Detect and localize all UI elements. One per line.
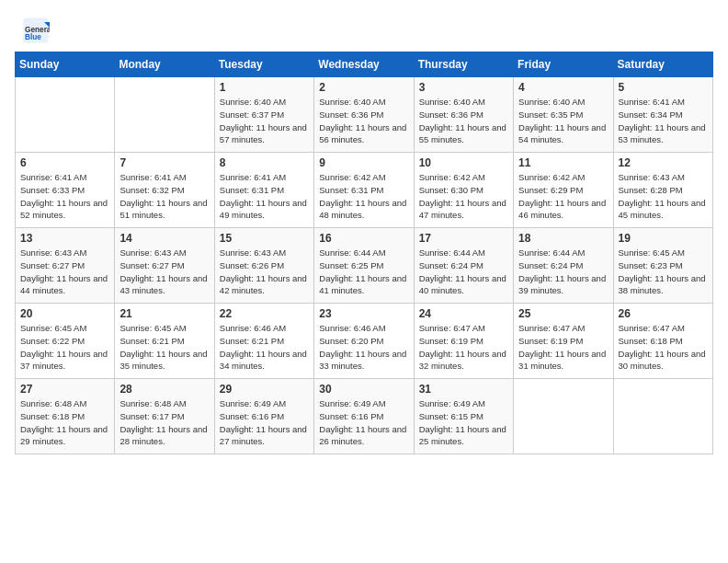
calendar-cell: 30Sunrise: 6:49 AMSunset: 6:16 PMDayligh… [314,379,414,454]
calendar-cell: 18Sunrise: 6:44 AMSunset: 6:24 PMDayligh… [514,228,613,304]
day-info: Sunrise: 6:42 AMSunset: 6:31 PMDaylight:… [319,171,408,222]
calendar-cell: 5Sunrise: 6:41 AMSunset: 6:34 PMDaylight… [613,77,712,153]
day-number: 7 [119,156,209,169]
calendar-cell: 9Sunrise: 6:42 AMSunset: 6:31 PMDaylight… [314,153,414,228]
calendar-cell: 16Sunrise: 6:44 AMSunset: 6:25 PMDayligh… [314,228,414,304]
day-of-week-header: Sunday [16,52,115,77]
day-info: Sunrise: 6:43 AMSunset: 6:28 PMDaylight:… [619,171,708,222]
day-number: 16 [319,232,408,245]
day-of-week-header: Friday [514,52,613,77]
calendar-cell: 13Sunrise: 6:43 AMSunset: 6:27 PMDayligh… [16,228,115,304]
calendar-cell: 7Sunrise: 6:41 AMSunset: 6:32 PMDaylight… [115,153,214,228]
day-number: 11 [518,156,608,169]
day-of-week-header: Thursday [414,52,513,77]
day-of-week-header: Tuesday [214,52,313,77]
calendar-cell [115,77,214,153]
day-info: Sunrise: 6:41 AMSunset: 6:32 PMDaylight:… [119,171,209,222]
day-info: Sunrise: 6:40 AMSunset: 6:36 PMDaylight:… [319,96,408,146]
calendar-cell: 15Sunrise: 6:43 AMSunset: 6:26 PMDayligh… [214,228,313,304]
calendar-week-row: 6Sunrise: 6:41 AMSunset: 6:33 PMDaylight… [16,153,713,228]
calendar-cell: 1Sunrise: 6:40 AMSunset: 6:37 PMDaylight… [214,77,313,153]
calendar-cell: 10Sunrise: 6:42 AMSunset: 6:30 PMDayligh… [414,153,513,228]
day-number: 17 [419,232,508,245]
day-number: 25 [518,307,608,320]
calendar-cell: 3Sunrise: 6:40 AMSunset: 6:36 PMDaylight… [414,77,513,153]
page: General Blue SundayMondayTuesdayWednesda… [0,0,728,563]
day-number: 27 [20,383,109,396]
calendar-cell: 22Sunrise: 6:46 AMSunset: 6:21 PMDayligh… [214,304,313,379]
calendar-cell: 12Sunrise: 6:43 AMSunset: 6:28 PMDayligh… [613,153,712,228]
calendar-cell: 19Sunrise: 6:45 AMSunset: 6:23 PMDayligh… [613,228,712,304]
day-number: 29 [220,383,309,396]
day-number: 21 [119,307,209,320]
day-info: Sunrise: 6:44 AMSunset: 6:24 PMDaylight:… [419,247,508,297]
calendar-week-row: 13Sunrise: 6:43 AMSunset: 6:27 PMDayligh… [16,228,713,304]
day-info: Sunrise: 6:40 AMSunset: 6:36 PMDaylight:… [419,96,508,146]
calendar-cell: 4Sunrise: 6:40 AMSunset: 6:35 PMDaylight… [514,77,613,153]
day-number: 1 [220,81,309,94]
calendar-cell: 11Sunrise: 6:42 AMSunset: 6:29 PMDayligh… [514,153,613,228]
day-number: 12 [619,156,708,169]
day-number: 22 [220,307,309,320]
calendar-week-row: 20Sunrise: 6:45 AMSunset: 6:22 PMDayligh… [16,304,713,379]
day-number: 9 [319,156,408,169]
day-info: Sunrise: 6:41 AMSunset: 6:31 PMDaylight:… [220,171,309,222]
day-info: Sunrise: 6:47 AMSunset: 6:19 PMDaylight:… [419,322,508,373]
calendar-header-row: SundayMondayTuesdayWednesdayThursdayFrid… [16,52,713,77]
day-number: 24 [419,307,508,320]
day-number: 3 [419,81,508,94]
calendar-cell: 14Sunrise: 6:43 AMSunset: 6:27 PMDayligh… [115,228,214,304]
day-info: Sunrise: 6:49 AMSunset: 6:16 PMDaylight:… [319,397,408,448]
day-number: 6 [20,156,109,169]
day-info: Sunrise: 6:49 AMSunset: 6:15 PMDaylight:… [419,397,508,448]
calendar-cell: 28Sunrise: 6:48 AMSunset: 6:17 PMDayligh… [115,379,214,454]
day-of-week-header: Monday [115,52,214,77]
day-number: 2 [319,81,408,94]
calendar-table: SundayMondayTuesdayWednesdayThursdayFrid… [15,52,713,454]
calendar-cell: 27Sunrise: 6:48 AMSunset: 6:18 PMDayligh… [16,379,115,454]
day-info: Sunrise: 6:49 AMSunset: 6:16 PMDaylight:… [220,397,309,448]
day-number: 30 [319,383,408,396]
generalblue-logo-icon: General Blue [22,17,50,44]
day-info: Sunrise: 6:47 AMSunset: 6:18 PMDaylight:… [619,322,708,373]
day-number: 20 [20,307,109,320]
logo: General Blue [22,17,53,44]
day-info: Sunrise: 6:46 AMSunset: 6:20 PMDaylight:… [319,322,408,373]
day-number: 31 [419,383,508,396]
calendar-cell: 8Sunrise: 6:41 AMSunset: 6:31 PMDaylight… [214,153,313,228]
day-info: Sunrise: 6:42 AMSunset: 6:29 PMDaylight:… [518,171,608,222]
day-info: Sunrise: 6:44 AMSunset: 6:25 PMDaylight:… [319,247,408,297]
calendar-cell: 23Sunrise: 6:46 AMSunset: 6:20 PMDayligh… [314,304,414,379]
day-number: 19 [619,232,708,245]
day-info: Sunrise: 6:40 AMSunset: 6:35 PMDaylight:… [518,96,608,146]
day-number: 18 [518,232,608,245]
day-info: Sunrise: 6:45 AMSunset: 6:22 PMDaylight:… [20,322,109,373]
day-info: Sunrise: 6:48 AMSunset: 6:18 PMDaylight:… [20,397,109,448]
calendar-cell: 26Sunrise: 6:47 AMSunset: 6:18 PMDayligh… [613,304,712,379]
calendar-cell: 20Sunrise: 6:45 AMSunset: 6:22 PMDayligh… [16,304,115,379]
day-info: Sunrise: 6:46 AMSunset: 6:21 PMDaylight:… [220,322,309,373]
calendar-cell [613,379,712,454]
calendar-cell: 24Sunrise: 6:47 AMSunset: 6:19 PMDayligh… [414,304,513,379]
day-number: 13 [20,232,109,245]
day-of-week-header: Wednesday [314,52,414,77]
day-number: 5 [619,81,708,94]
day-info: Sunrise: 6:47 AMSunset: 6:19 PMDaylight:… [518,322,608,373]
day-info: Sunrise: 6:42 AMSunset: 6:30 PMDaylight:… [419,171,508,222]
header: General Blue [0,0,728,52]
day-of-week-header: Saturday [613,52,712,77]
day-number: 15 [220,232,309,245]
day-info: Sunrise: 6:41 AMSunset: 6:33 PMDaylight:… [20,171,109,222]
calendar-cell [514,379,613,454]
calendar-wrapper: SundayMondayTuesdayWednesdayThursdayFrid… [0,52,728,469]
calendar-cell: 29Sunrise: 6:49 AMSunset: 6:16 PMDayligh… [214,379,313,454]
svg-text:Blue: Blue [25,33,41,41]
day-info: Sunrise: 6:45 AMSunset: 6:23 PMDaylight:… [619,247,708,297]
calendar-week-row: 27Sunrise: 6:48 AMSunset: 6:18 PMDayligh… [16,379,713,454]
calendar-cell: 2Sunrise: 6:40 AMSunset: 6:36 PMDaylight… [314,77,414,153]
calendar-cell: 31Sunrise: 6:49 AMSunset: 6:15 PMDayligh… [414,379,513,454]
day-number: 28 [119,383,209,396]
day-info: Sunrise: 6:41 AMSunset: 6:34 PMDaylight:… [619,96,708,146]
day-number: 10 [419,156,508,169]
day-info: Sunrise: 6:43 AMSunset: 6:26 PMDaylight:… [220,247,309,297]
